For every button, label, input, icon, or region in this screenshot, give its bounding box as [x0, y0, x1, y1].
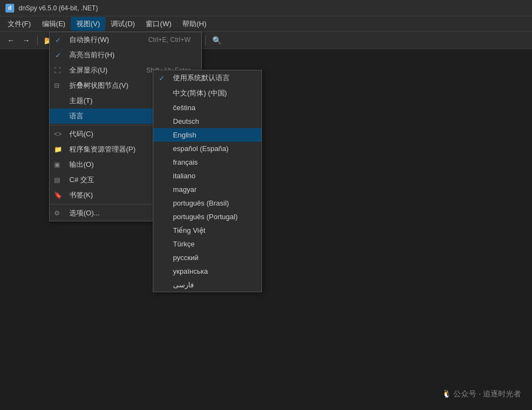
watermark-text: 公众号 · 追逐时光者: [453, 389, 521, 398]
code-icon: <>: [54, 130, 62, 138]
lang-czech[interactable]: čeština: [153, 101, 261, 114]
menu-bar: 文件(F) 编辑(E) 视图(V) 调试(D) 窗口(W) 帮助(H) ✓ 自动…: [0, 16, 532, 32]
lang-german[interactable]: Deutsch: [153, 114, 261, 128]
lang-hungarian[interactable]: magyar: [153, 183, 261, 196]
menu-view[interactable]: 视图(V): [71, 17, 105, 31]
menu-help[interactable]: 帮助(H): [177, 17, 212, 31]
toolbar-sep-1: [37, 35, 38, 45]
csharp-icon: ▤: [54, 176, 60, 184]
fullscreen-icon: ⛶: [54, 67, 61, 74]
lang-chinese-simplified[interactable]: 中文(简体) (中国): [153, 86, 261, 101]
lang-system-default[interactable]: ✓ 使用系统默认语言: [153, 70, 261, 86]
folder-icon: 📁: [54, 146, 62, 153]
language-submenu: ✓ 使用系统默认语言 中文(简体) (中国) čeština Deutsch E…: [153, 70, 262, 292]
lang-french[interactable]: français: [153, 155, 261, 169]
lang-turkish[interactable]: Türkçe: [153, 237, 261, 251]
gear-icon: ⚙: [54, 209, 60, 217]
check-icon: ✓: [55, 36, 61, 44]
lang-spanish[interactable]: español (España): [153, 142, 261, 155]
app-title: dnSpy v6.5.0 (64-bit, .NET): [19, 4, 98, 12]
bookmark-icon: 🔖: [54, 191, 62, 199]
menu-debug[interactable]: 调试(D): [105, 17, 140, 31]
check-icon: ✓: [55, 51, 61, 59]
menu-window[interactable]: 窗口(W): [140, 17, 177, 31]
collapse-icon: ⊟: [54, 82, 59, 89]
watermark: 🐧 公众号 · 追逐时光者: [442, 389, 521, 399]
watermark-icon: 🐧: [442, 389, 453, 398]
menu-highlight-line[interactable]: ✓ 高亮当前行(H): [50, 47, 201, 63]
lang-english[interactable]: English: [153, 128, 261, 142]
lang-portuguese-portugal[interactable]: português (Portugal): [153, 210, 261, 224]
menu-file[interactable]: 文件(F): [2, 17, 37, 31]
output-icon: ▣: [54, 161, 60, 168]
lang-russian[interactable]: русский: [153, 251, 261, 264]
lang-portuguese-brazil[interactable]: português (Brasil): [153, 196, 261, 210]
toolbar-back-btn[interactable]: ←: [4, 34, 17, 47]
menu-auto-wrap[interactable]: ✓ 自动换行(W) Ctrl+E, Ctrl+W: [50, 32, 201, 47]
lang-ukrainian[interactable]: українська: [153, 264, 261, 278]
app-icon: d: [5, 4, 14, 13]
lang-vietnamese[interactable]: Tiếng Việt: [153, 224, 261, 237]
lang-persian[interactable]: فارسی: [153, 278, 261, 292]
toolbar-sep-5: [205, 35, 206, 45]
check-icon: ✓: [159, 74, 165, 82]
title-bar: d dnSpy v6.5.0 (64-bit, .NET): [0, 0, 532, 16]
toolbar-forward-btn[interactable]: →: [20, 34, 33, 47]
menu-edit[interactable]: 编辑(E): [37, 17, 71, 31]
toolbar-search-btn[interactable]: 🔍: [210, 34, 223, 47]
lang-italian[interactable]: italiano: [153, 169, 261, 183]
